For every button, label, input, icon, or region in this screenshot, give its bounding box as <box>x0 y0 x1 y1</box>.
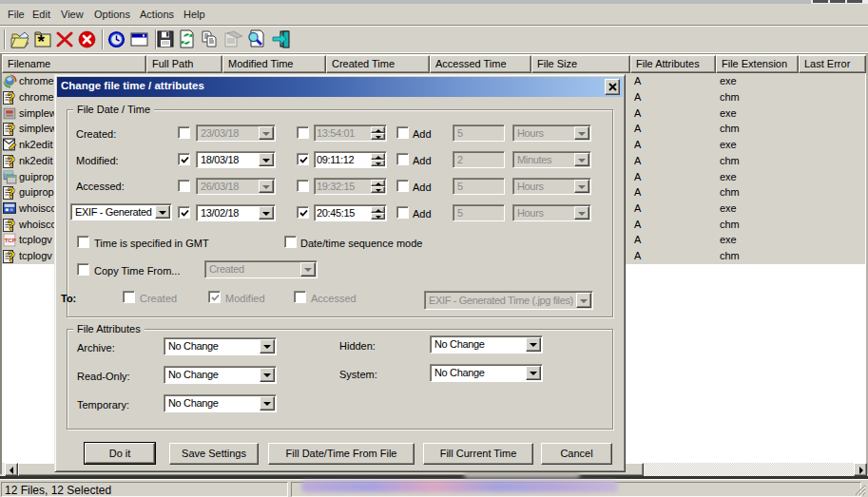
svg-text:*: * <box>38 31 46 48</box>
